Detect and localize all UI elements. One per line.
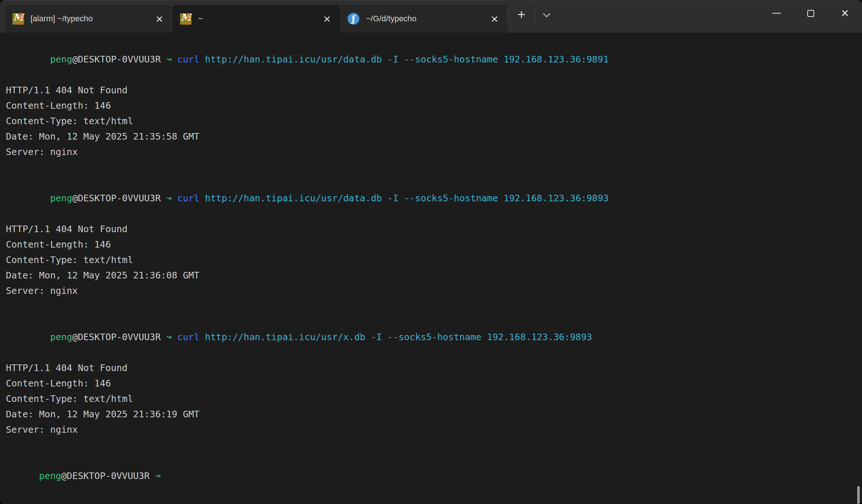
titlebar-drag-region bbox=[556, 0, 759, 33]
msys2-icon: M 2 sys bbox=[12, 13, 24, 25]
tabbar-actions: + bbox=[508, 0, 556, 33]
prompt-arrow-icon: ↝ bbox=[166, 332, 172, 342]
terminal-viewport[interactable]: peng@DESKTOP-0VVUU3R↝curlhttp://han.tipa… bbox=[0, 33, 862, 504]
output-line: Date: Mon, 12 May 2025 21:36:19 GMT bbox=[6, 407, 853, 422]
tab-strip: M 2 sys [alarm] ~/typecho × M 2 sys ~ × … bbox=[0, 0, 556, 33]
command-program: curl bbox=[177, 54, 200, 65]
tab-close-icon[interactable]: × bbox=[487, 11, 502, 26]
prompt-host: @DESKTOP-0VVUU3R bbox=[72, 54, 161, 65]
command-line: peng@DESKTOP-0VVUU3R↝curlhttp://han.tipa… bbox=[6, 175, 853, 222]
new-tab-button[interactable]: + bbox=[508, 4, 535, 25]
output-line: Content-Length: 146 bbox=[6, 237, 853, 252]
output-line: HTTP/1.1 404 Not Found bbox=[6, 83, 853, 98]
prompt-user: peng bbox=[50, 193, 72, 204]
close-button[interactable]: × bbox=[828, 0, 862, 26]
prompt-host: @DESKTOP-0VVUU3R bbox=[61, 471, 150, 481]
output-line: Content-Type: text/html bbox=[6, 252, 853, 268]
command-program: curl bbox=[177, 193, 200, 204]
tab-home[interactable]: M 2 sys ~ × bbox=[173, 5, 340, 33]
output-line: Content-Length: 146 bbox=[6, 98, 853, 114]
command-program: curl bbox=[177, 332, 200, 342]
command-args: http://han.tipai.icu/usr/data.db -I --so… bbox=[205, 193, 609, 204]
fedora-icon: ƒ bbox=[348, 13, 359, 25]
tab-g-d-typecho[interactable]: ƒ ~/G/d/typecho × bbox=[340, 5, 508, 33]
command-block: peng@DESKTOP-0VVUU3R↝curlhttp://han.tipa… bbox=[6, 175, 853, 299]
prompt-user: peng bbox=[39, 471, 61, 481]
window-controls: × bbox=[759, 0, 862, 26]
prompt-arrow-icon: ↝ bbox=[166, 193, 172, 204]
titlebar: M 2 sys [alarm] ~/typecho × M 2 sys ~ × … bbox=[0, 0, 862, 33]
scrollbar-thumb[interactable] bbox=[857, 486, 860, 504]
msys2-icon: M 2 sys bbox=[180, 13, 191, 25]
maximize-icon bbox=[807, 10, 814, 17]
output-line: Content-Type: text/html bbox=[6, 391, 853, 407]
minimize-icon bbox=[772, 13, 781, 14]
idle-prompt-line: peng@DESKTOP-0VVUU3R↝ bbox=[6, 453, 853, 499]
prompt-user: peng bbox=[50, 332, 72, 342]
output-line: HTTP/1.1 404 Not Found bbox=[6, 222, 853, 237]
output-line: Content-Length: 146 bbox=[6, 376, 853, 391]
prompt-user: peng bbox=[50, 54, 72, 65]
output-line: HTTP/1.1 404 Not Found bbox=[6, 360, 853, 376]
command-line: peng@DESKTOP-0VVUU3R↝curlhttp://han.tipa… bbox=[6, 314, 853, 360]
maximize-button[interactable] bbox=[794, 0, 828, 26]
tab-title: ~/G/d/typecho bbox=[366, 14, 487, 24]
tab-dropdown-button[interactable] bbox=[535, 4, 556, 25]
command-args: http://han.tipai.icu/usr/x.db -I --socks… bbox=[205, 332, 592, 342]
tab-title: ~ bbox=[198, 14, 320, 24]
close-icon: × bbox=[841, 7, 849, 20]
command-block: peng@DESKTOP-0VVUU3R↝curlhttp://han.tipa… bbox=[6, 36, 853, 160]
tab-close-icon[interactable]: × bbox=[152, 11, 167, 26]
output-line: Date: Mon, 12 May 2025 21:35:58 GMT bbox=[6, 129, 853, 144]
prompt-host: @DESKTOP-0VVUU3R bbox=[72, 193, 161, 204]
output-line: Date: Mon, 12 May 2025 21:36:08 GMT bbox=[6, 268, 853, 283]
output-line: Server: nginx bbox=[6, 144, 853, 160]
prompt-arrow-icon: ↝ bbox=[155, 471, 161, 481]
tab-title: [alarm] ~/typecho bbox=[30, 14, 152, 24]
prompt-host: @DESKTOP-0VVUU3R bbox=[72, 332, 161, 342]
output-line: Server: nginx bbox=[6, 422, 853, 438]
chevron-down-icon bbox=[543, 10, 550, 17]
prompt-arrow-icon: ↝ bbox=[166, 54, 172, 65]
command-block: peng@DESKTOP-0VVUU3R↝curlhttp://han.tipa… bbox=[6, 314, 853, 438]
output-line: Content-Type: text/html bbox=[6, 114, 853, 129]
tab-close-icon[interactable]: × bbox=[320, 11, 334, 26]
tab-alarm-typecho[interactable]: M 2 sys [alarm] ~/typecho × bbox=[5, 5, 173, 33]
minimize-button[interactable] bbox=[759, 0, 794, 26]
command-line: peng@DESKTOP-0VVUU3R↝curlhttp://han.tipa… bbox=[6, 36, 853, 83]
terminal-window: M 2 sys [alarm] ~/typecho × M 2 sys ~ × … bbox=[0, 0, 862, 504]
command-args: http://han.tipai.icu/usr/data.db -I --so… bbox=[205, 54, 609, 65]
output-line: Server: nginx bbox=[6, 283, 853, 299]
